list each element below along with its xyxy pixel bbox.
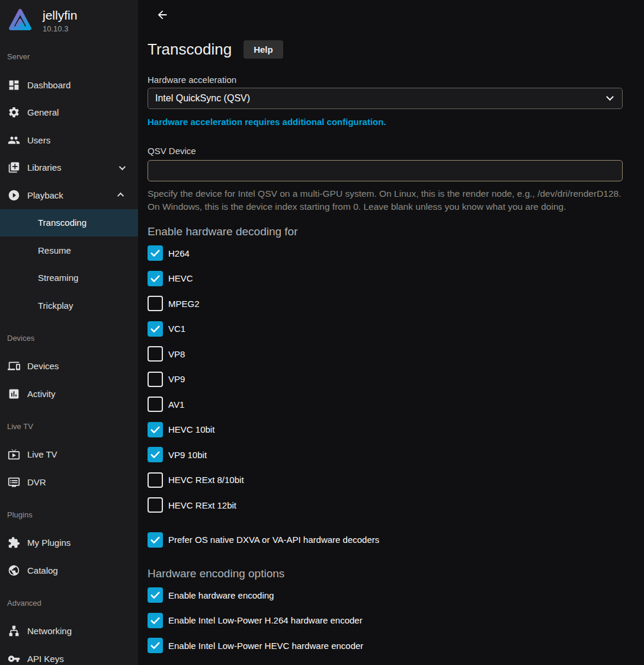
chevron-down-icon	[119, 164, 126, 170]
checkbox-label: HEVC	[168, 273, 193, 283]
globe-icon	[7, 564, 20, 577]
checkbox-row-vp9-10bit[interactable]: VP9 10bit	[148, 442, 623, 468]
main-content: Transcoding Help Hardware acceleration I…	[138, 0, 644, 665]
checkbox-row-h264[interactable]: H264	[148, 241, 623, 266]
section-label-server: Server	[0, 52, 138, 62]
hardware-acceleration-select[interactable]: Intel QuickSync (QSV)	[148, 88, 623, 109]
sidebar-item-playback[interactable]: Playback	[0, 181, 138, 209]
checkbox[interactable]	[148, 532, 163, 548]
checkbox[interactable]	[148, 271, 163, 286]
checkbox[interactable]	[148, 613, 163, 628]
sidebar-item-myplugins[interactable]: My Plugins	[0, 529, 138, 557]
sidebar-item-label: Libraries	[27, 162, 62, 172]
checkbox-row-vc1[interactable]: VC1	[148, 316, 623, 342]
checkbox[interactable]	[148, 321, 163, 337]
checkbox[interactable]	[148, 372, 163, 387]
checkbox-row-av1[interactable]: AV1	[148, 392, 623, 417]
sidebar-item-general[interactable]: General	[0, 99, 138, 127]
checkbox-label: HEVC RExt 12bit	[168, 500, 236, 510]
checkbox-label: Enable hardware encoding	[168, 590, 274, 600]
sidebar-item-devices[interactable]: Devices	[0, 353, 138, 381]
checkbox-label: VP9	[168, 374, 185, 384]
sidebar-item-label: General	[27, 107, 59, 117]
checkbox[interactable]	[148, 447, 163, 462]
sidebar-item-libraries[interactable]: Libraries	[0, 154, 138, 182]
sidebar-item-label: Playback	[27, 190, 63, 200]
check-icon	[149, 273, 161, 284]
checkbox[interactable]	[148, 638, 163, 653]
help-button[interactable]: Help	[243, 40, 283, 59]
libraries-icon	[7, 161, 20, 174]
checkbox[interactable]	[148, 587, 163, 603]
checkbox-row-mpeg2[interactable]: MPEG2	[148, 291, 623, 316]
sidebar-item-streaming[interactable]: Streaming	[0, 264, 138, 292]
checkbox-row-hevc-10bit[interactable]: HEVC 10bit	[148, 417, 623, 443]
checkbox-row-vp9[interactable]: VP9	[148, 367, 623, 392]
checkbox[interactable]	[148, 296, 163, 311]
checkbox[interactable]	[148, 245, 163, 261]
sidebar-item-trickplay[interactable]: Trickplay	[0, 292, 138, 319]
checkbox[interactable]	[148, 346, 163, 362]
section-label-livetv: Live TV	[0, 422, 138, 431]
play-circle-icon	[7, 188, 20, 202]
checkbox-label: MPEG2	[168, 299, 200, 309]
checkbox-label: AV1	[168, 399, 184, 410]
sidebar-item-livetv[interactable]: Live TV	[0, 441, 138, 469]
checkbox-row-hevc-rext-12bit[interactable]: HEVC RExt 12bit	[148, 493, 623, 518]
back-button[interactable]	[155, 7, 170, 23]
checkbox[interactable]	[148, 497, 163, 513]
sidebar-item-resume[interactable]: Resume	[0, 236, 138, 264]
sidebar-item-label: DVR	[27, 477, 46, 487]
qsv-device-input[interactable]	[148, 160, 623, 181]
sidebar-item-networking[interactable]: Networking	[0, 618, 138, 645]
app-version: 10.10.3	[43, 24, 77, 33]
sidebar-item-label: Users	[27, 135, 50, 145]
checkbox-row-lowpower-h264[interactable]: Enable Intel Low-Power H.264 hardware en…	[148, 608, 623, 634]
puzzle-icon	[7, 536, 20, 549]
qsv-device-description: Specify the device for Intel QSV on a mu…	[148, 187, 630, 213]
sidebar-item-apikeys[interactable]: API Keys	[0, 645, 138, 665]
sidebar-item-users[interactable]: Users	[0, 126, 138, 154]
sidebar-item-label: Trickplay	[38, 300, 73, 311]
qsv-device-label: QSV Device	[148, 146, 623, 155]
sidebar-item-transcoding[interactable]: Transcoding	[0, 209, 138, 237]
hardware-acceleration-warning-link[interactable]: Hardware acceleration requires additiona…	[148, 117, 386, 127]
sidebar-item-activity[interactable]: Activity	[0, 380, 138, 408]
checkbox-row-prefer-native[interactable]: Prefer OS native DXVA or VA-API hardware…	[148, 527, 623, 553]
checkbox-label: H264	[168, 248, 190, 258]
network-icon	[7, 625, 20, 638]
devices-icon	[7, 360, 20, 373]
sidebar-item-label: Activity	[27, 389, 56, 399]
sidebar-item-label: Resume	[38, 245, 71, 255]
arrow-back-icon	[156, 8, 169, 21]
sidebar-item-catalog[interactable]: Catalog	[0, 557, 138, 584]
checkbox[interactable]	[148, 397, 163, 412]
check-icon	[149, 589, 161, 601]
checkbox[interactable]	[148, 422, 163, 437]
sidebar-item-dashboard[interactable]: Dashboard	[0, 71, 138, 99]
chevron-up-icon	[117, 193, 124, 199]
checkbox-row-vp8[interactable]: VP8	[148, 341, 623, 367]
checkbox-row-enable-hw-encoding[interactable]: Enable hardware encoding	[148, 583, 623, 608]
key-icon	[7, 652, 20, 665]
checkbox[interactable]	[148, 472, 163, 488]
app-logo-row: jellyfin 10.10.3	[0, 0, 138, 37]
page-title: Transcoding	[148, 40, 232, 59]
activity-icon	[7, 387, 20, 400]
users-icon	[7, 133, 20, 146]
dashboard-icon	[7, 78, 20, 91]
checkbox-label: VC1	[168, 324, 185, 334]
check-icon	[149, 323, 161, 335]
decoding-heading: Enable hardware decoding for	[148, 225, 623, 238]
checkbox-row-lowpower-hevc[interactable]: Enable Intel Low-Power HEVC hardware enc…	[148, 633, 623, 658]
sidebar-item-label: Catalog	[27, 565, 58, 576]
check-icon	[149, 615, 161, 626]
dvr-icon	[7, 475, 20, 488]
sidebar-item-label: Dashboard	[27, 80, 71, 90]
checkbox-row-hevc[interactable]: HEVC	[148, 266, 623, 292]
sidebar-item-label: My Plugins	[27, 538, 71, 548]
check-icon	[149, 534, 161, 546]
checkbox-row-hevc-rext-8-10bit[interactable]: HEVC RExt 8/10bit	[148, 468, 623, 493]
gear-icon	[7, 106, 20, 119]
sidebar-item-dvr[interactable]: DVR	[0, 468, 138, 496]
